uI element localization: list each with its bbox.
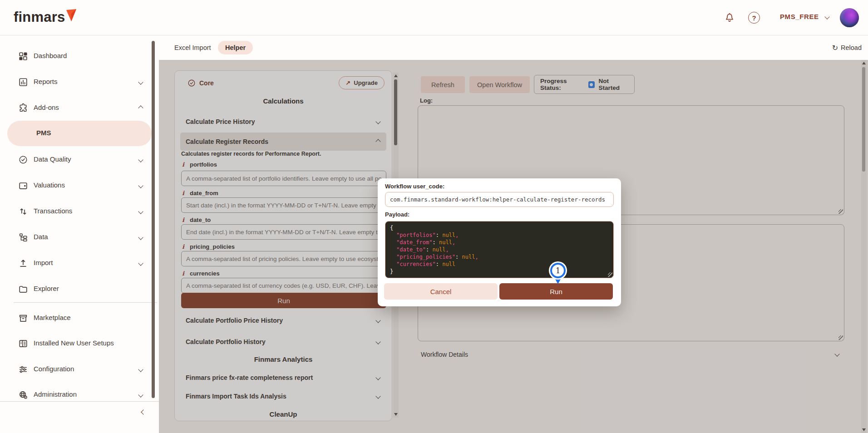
tour-step-pointer (554, 277, 562, 284)
finmars-logo[interactable]: finmars (14, 8, 77, 26)
sidebar-divider (0, 401, 159, 402)
reload-button[interactable]: ↻ Reload (832, 41, 862, 54)
chevron-down-icon (138, 235, 143, 240)
tab-helper-active[interactable]: Helper (218, 41, 253, 54)
sidebar-item-label: Installed New User Setups (34, 339, 114, 347)
chevron-down-icon (138, 367, 143, 372)
chevron-left-icon (141, 409, 146, 414)
reload-label: Reload (841, 44, 862, 51)
sidebar-item-transactions[interactable]: Transactions (0, 199, 151, 224)
json-line: "date_to": null, (390, 246, 609, 253)
import-upload-icon (18, 258, 28, 268)
sidebar-item-valuations[interactable]: Valuations (0, 173, 151, 198)
payload-json-editor[interactable]: { "portfolios": null, "date_from": null,… (385, 221, 614, 278)
valuations-wallet-icon (18, 181, 28, 191)
data-hierarchy-icon (18, 232, 28, 242)
json-line: "date_from": null, (390, 239, 609, 246)
sidebar-item-marketplace[interactable]: Marketplace (0, 305, 151, 331)
sidebar-item-label: Explorer (34, 285, 59, 292)
workspace-selector[interactable]: PMS_FREE (780, 13, 829, 20)
sidebar-nav: Dashboard Reports Add-ons PMS (0, 35, 159, 433)
transactions-arrows-icon (18, 207, 28, 216)
sidebar-item-pms-active[interactable]: PMS (7, 121, 152, 146)
run-workflow-modal: Workflow user_code: Payload: { "portfoli… (378, 178, 621, 306)
sidebar-item-label: Data (34, 233, 48, 241)
data-quality-badge-icon (18, 155, 28, 165)
chevron-down-icon (138, 157, 143, 162)
chevron-down-icon (824, 14, 829, 19)
sidebar-item-reports[interactable]: Reports (0, 69, 151, 95)
sidebar-item-administration[interactable]: Administration (0, 382, 151, 408)
sidebar-item-explorer[interactable]: Explorer (0, 276, 151, 302)
sidebar-item-label: Marketplace (34, 314, 71, 321)
sidebar-item-label: Configuration (34, 365, 74, 373)
reports-icon (18, 77, 28, 87)
workflow-user-code-input[interactable] (385, 192, 614, 207)
sidebar-item-configuration[interactable]: Configuration (0, 357, 151, 382)
chevron-down-icon (138, 261, 143, 266)
configuration-sliders-icon (18, 364, 28, 374)
sidebar-item-label: Reports (34, 78, 58, 85)
sidebar-item-label: Data Quality (34, 155, 71, 163)
chevron-down-icon (138, 183, 143, 188)
notifications-bell-icon[interactable] (723, 11, 736, 25)
explorer-folder-icon (18, 284, 28, 294)
sidebar-item-data-quality[interactable]: Data Quality (0, 147, 151, 172)
sidebar-item-label: Valuations (34, 181, 65, 189)
tabs-bar: Excel Import Helper ↻ Reload (159, 35, 868, 60)
chevron-up-icon (138, 105, 143, 110)
sidebar-item-label: Dashboard (34, 52, 67, 59)
sidebar-item-label: Administration (34, 390, 77, 398)
json-line: "portfolios": null, (390, 231, 609, 239)
user-code-label: Workflow user_code: (385, 183, 444, 190)
sidebar-item-label: Import (34, 259, 53, 266)
sidebar-collapse-button[interactable] (134, 406, 153, 418)
sidebar-item-import[interactable]: Import (0, 251, 151, 276)
administration-globe-icon (18, 390, 28, 400)
addons-puzzle-icon (18, 103, 28, 113)
cancel-button[interactable]: Cancel (384, 283, 498, 300)
top-header: finmars ? PMS_FREE (0, 0, 868, 35)
sidebar-item-label: Add-ons (34, 103, 59, 111)
json-line: "pricing_policies": null, (390, 253, 609, 261)
logo-flag-icon (66, 9, 77, 22)
sidebar-scrollbar-thumb[interactable] (152, 41, 155, 398)
logo-text: finmars (14, 8, 65, 26)
payload-label: Payload: (385, 211, 409, 218)
tab-excel-import[interactable]: Excel Import (174, 41, 211, 54)
sidebar-item-dashboard[interactable]: Dashboard (0, 44, 151, 69)
help-icon[interactable]: ? (748, 12, 760, 24)
chevron-down-icon (138, 79, 143, 84)
marketplace-storefront-icon (18, 313, 28, 323)
modal-run-button[interactable]: Run (499, 283, 613, 300)
installed-setups-layout-icon (18, 339, 28, 349)
sidebar-divider (14, 302, 157, 303)
user-avatar[interactable] (840, 8, 859, 27)
dashboard-icon (18, 51, 28, 61)
resize-handle[interactable] (608, 272, 612, 277)
sidebar-item-label: Transactions (34, 207, 72, 215)
reload-icon: ↻ (832, 44, 838, 52)
sidebar-item-installed-setups[interactable]: Installed New User Setups (0, 331, 151, 356)
chevron-down-icon (138, 209, 143, 214)
sidebar-item-label: PMS (36, 129, 51, 137)
app-root: finmars ? PMS_FREE (0, 0, 868, 433)
sidebar-item-data[interactable]: Data (0, 225, 151, 250)
tour-step-badge: 1 (550, 263, 566, 278)
chevron-down-icon (138, 392, 143, 397)
sidebar-item-addons[interactable]: Add-ons (0, 95, 151, 121)
json-line: "currencies": null (390, 261, 609, 268)
workspace-name: PMS_FREE (780, 13, 819, 20)
